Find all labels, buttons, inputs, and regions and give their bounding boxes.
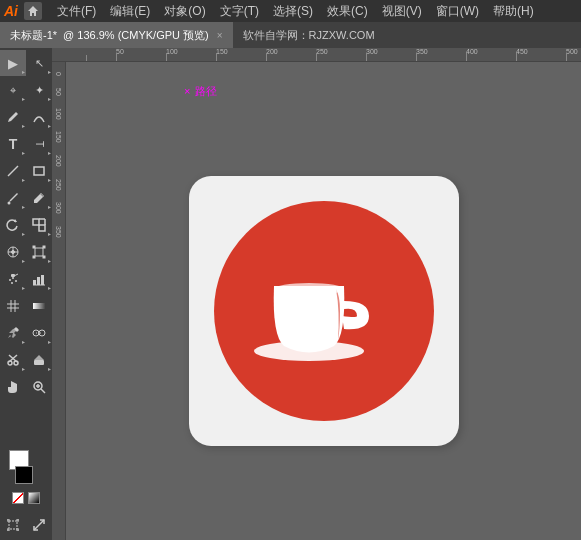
ruler-h-marks: 50 100 150 200 250 300 350 400 450 500 — [66, 48, 581, 61]
svg-rect-4 — [33, 219, 39, 225]
tool-arrow: ▸ — [22, 284, 25, 291]
svg-point-17 — [9, 279, 11, 281]
pencil-tool[interactable]: ▸ — [26, 185, 52, 211]
paintbrush-icon — [6, 191, 20, 205]
svg-line-22 — [15, 274, 18, 276]
svg-rect-31 — [33, 303, 45, 309]
puppet-warp-tool[interactable]: ▸ — [0, 239, 26, 265]
color-swatches — [3, 446, 49, 509]
free-transform-tool[interactable]: ▸ — [26, 239, 52, 265]
drawing-area[interactable]: 路径 — [66, 62, 581, 540]
menu-edit[interactable]: 编辑(E) — [103, 1, 157, 22]
curvature-icon — [32, 110, 46, 124]
active-tab[interactable]: 未标题-1* @ 136.9% (CMYK/GPU 预览) × — [0, 22, 233, 48]
curvature-tool[interactable]: ▸ — [26, 104, 52, 130]
pencil-icon — [32, 191, 46, 205]
svg-point-56 — [274, 283, 344, 295]
paintbrush-tool[interactable]: ▸ — [0, 185, 26, 211]
menu-select[interactable]: 选择(S) — [266, 1, 320, 22]
line-tool[interactable]: ▸ — [0, 158, 26, 184]
tool-row-4: T ▸ T ▸ — [0, 131, 52, 157]
menu-effect[interactable]: 效果(C) — [320, 1, 375, 22]
stroke-swatch[interactable] — [15, 466, 33, 484]
gradient-icon — [32, 299, 46, 313]
canvas-area: 50 100 150 200 250 300 350 400 450 500 — [52, 48, 581, 540]
hand-icon — [6, 380, 20, 394]
symbol-sprayer-icon — [6, 272, 20, 286]
home-button[interactable] — [24, 2, 42, 20]
column-graph-icon — [32, 272, 46, 286]
none-swatch[interactable] — [12, 492, 24, 504]
ruler-horizontal: 50 100 150 200 250 300 350 400 450 500 — [52, 48, 581, 62]
rectangle-tool[interactable]: ▸ — [26, 158, 52, 184]
tool-row-13 — [0, 374, 52, 400]
lasso-tool[interactable]: ⌖ ▸ — [0, 77, 26, 103]
type-tool[interactable]: T ▸ — [0, 131, 26, 157]
tool-arrow: ▸ — [48, 122, 51, 129]
rotate-tool[interactable]: ▸ — [0, 212, 26, 238]
eraser-tool[interactable]: ▸ — [26, 347, 52, 373]
main-menu: 文件(F) 编辑(E) 对象(O) 文字(T) 选择(S) 效果(C) 视图(V… — [50, 1, 541, 22]
canvas-with-ruler: 0 50 100 150 200 250 300 350 路径 — [52, 62, 581, 540]
zoom-tool[interactable] — [26, 374, 52, 400]
eyedropper-icon — [6, 326, 20, 340]
direct-select-icon: ↖ — [35, 57, 44, 70]
menu-text[interactable]: 文字(T) — [213, 1, 266, 22]
column-graph-tool[interactable]: ▸ — [26, 266, 52, 292]
tool-row-10 — [0, 293, 52, 319]
app-icon[interactable] — [189, 176, 459, 446]
scissors-tool[interactable]: ▸ — [0, 347, 26, 373]
svg-point-33 — [39, 330, 45, 336]
ruler-corner — [52, 48, 66, 61]
vertical-type-tool[interactable]: T ▸ — [26, 131, 52, 157]
magic-wand-tool[interactable]: ✦ ▸ — [26, 77, 52, 103]
mesh-tool[interactable] — [0, 293, 26, 319]
svg-rect-21 — [11, 274, 15, 277]
menu-window[interactable]: 窗口(W) — [429, 1, 486, 22]
tool-row-8: ▸ ▸ — [0, 239, 52, 265]
tool-arrow: ▸ — [48, 95, 51, 102]
tool-row-1: ▶ ▸ ↖ ▸ — [0, 50, 52, 76]
menu-help[interactable]: 帮助(H) — [486, 1, 541, 22]
pen-icon — [6, 110, 20, 124]
blend-tool[interactable]: ▸ — [26, 320, 52, 346]
gradient-tool[interactable] — [26, 293, 52, 319]
tool-row-9: ▸ ▸ — [0, 266, 52, 292]
blend-icon — [32, 326, 46, 340]
resize-icon — [32, 518, 46, 532]
tool-arrow: ▸ — [22, 149, 25, 156]
type-icon: T — [9, 136, 18, 152]
path-tooltip: 路径 — [184, 84, 217, 99]
left-toolbar: ▶ ▸ ↖ ▸ ⌖ ▸ ✦ ▸ ▸ — [0, 48, 52, 540]
resize-tool[interactable] — [26, 512, 52, 538]
svg-rect-24 — [37, 277, 40, 285]
eyedropper-tool[interactable]: ▸ — [0, 320, 26, 346]
tool-arrow: ▸ — [22, 257, 25, 264]
scale-tool[interactable]: ▸ — [26, 212, 52, 238]
svg-line-42 — [41, 389, 45, 393]
svg-rect-23 — [33, 280, 36, 285]
tab-close-button[interactable]: × — [217, 30, 223, 41]
svg-rect-39 — [34, 360, 44, 365]
artboard-tool[interactable] — [0, 512, 26, 538]
menu-file[interactable]: 文件(F) — [50, 1, 103, 22]
menu-view[interactable]: 视图(V) — [375, 1, 429, 22]
pen-tool[interactable]: ▸ — [0, 104, 26, 130]
svg-rect-13 — [33, 246, 35, 248]
zoom-icon — [32, 380, 46, 394]
coffee-cup-illustration — [254, 251, 394, 371]
svg-point-18 — [12, 277, 14, 279]
gradient-swatch[interactable] — [28, 492, 40, 504]
tab-label: 未标题-1* — [10, 28, 57, 43]
tool-arrow: ▸ — [48, 338, 51, 345]
direct-select-tool[interactable]: ↖ ▸ — [26, 50, 52, 76]
tool-arrow: ▸ — [48, 203, 51, 210]
hand-tool[interactable] — [0, 374, 26, 400]
symbol-sprayer-tool[interactable]: ▸ — [0, 266, 26, 292]
tool-row-extra — [0, 512, 52, 538]
menu-bar: Ai 文件(F) 编辑(E) 对象(O) 文字(T) 选择(S) 效果(C) 视… — [0, 0, 581, 22]
svg-line-1 — [8, 166, 18, 176]
tool-arrow: ▸ — [22, 68, 25, 75]
menu-object[interactable]: 对象(O) — [157, 1, 212, 22]
select-tool[interactable]: ▶ ▸ — [0, 50, 26, 76]
